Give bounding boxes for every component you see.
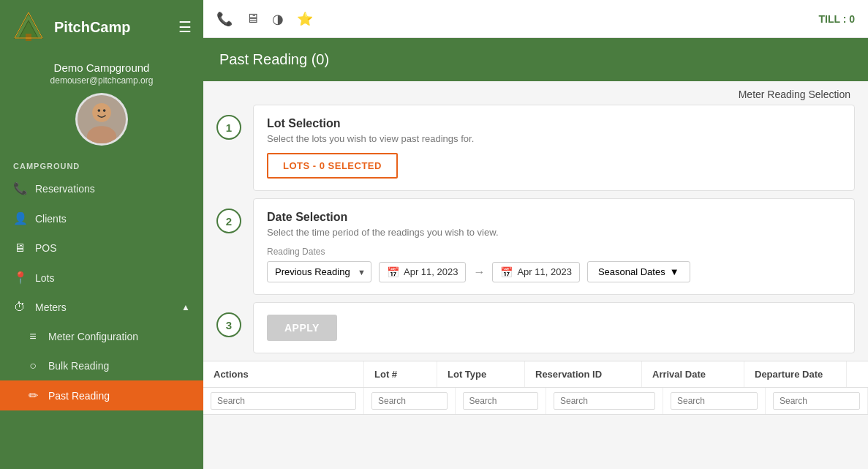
sidebar-item-pos[interactable]: 🖥 POS (0, 233, 203, 263)
bulk-reading-label: Bulk Reading (48, 360, 109, 372)
sidebar-user-info: Demo Campground demouser@pitchcamp.org (0, 54, 203, 157)
step-2-description: Select the time period of the readings y… (267, 227, 841, 238)
star-icon[interactable]: ⭐ (297, 11, 313, 27)
date-type-select-wrap: Previous Reading Custom Range ▼ (267, 261, 371, 282)
date-to-value: Apr 11, 2023 (517, 266, 571, 277)
past-reading-label: Past Reading (48, 390, 110, 402)
meter-config-icon: ≡ (26, 330, 39, 343)
search-arrival-cell (663, 388, 766, 414)
meters-label: Meters (35, 301, 67, 313)
screen-topbar-icon[interactable]: 🖥 (246, 11, 259, 26)
lots-label: Lots (35, 272, 54, 284)
step-2-row: 2 Date Selection Select the time period … (216, 198, 855, 295)
col-actions: Actions (203, 361, 364, 387)
search-departure-cell (766, 388, 868, 414)
main-content: 📞 🖥 ◑ ⭐ TILL : 0 Past Reading (0) Meter … (203, 0, 868, 469)
pos-label: POS (35, 242, 57, 254)
page-title: Past Reading (0) (219, 51, 329, 67)
step-1-circle: 1 (216, 115, 241, 140)
calendar-to-icon: 📅 (500, 266, 513, 278)
sidebar-item-bulk-reading[interactable]: ○ Bulk Reading (0, 351, 203, 380)
sidebar-item-lots[interactable]: 📍 Lots (0, 263, 203, 293)
search-lot-type-cell (456, 388, 547, 414)
svg-point-7 (98, 109, 101, 112)
svg-rect-2 (26, 34, 31, 41)
sidebar-header: PitchCamp ☰ (0, 0, 203, 54)
sidebar: PitchCamp ☰ Demo Campground demouser@pit… (0, 0, 203, 469)
clients-icon: 👤 (13, 211, 26, 225)
user-email: demouser@pitchcamp.org (12, 75, 192, 86)
seasonal-dates-label: Seasonal Dates (598, 266, 665, 277)
content-area: Meter Reading Selection 1 Lot Selection … (203, 81, 868, 469)
step-2-circle: 2 (216, 209, 241, 233)
search-arrival-input[interactable] (671, 392, 758, 410)
seasonal-dates-button[interactable]: Seasonal Dates ▼ (587, 261, 690, 282)
step-1-row: 1 Lot Selection Select the lots you wish… (216, 105, 855, 191)
col-arrival: Arrival Date (642, 361, 744, 387)
date-from-value: Apr 11, 2023 (404, 266, 458, 277)
hamburger-icon[interactable]: ☰ (178, 18, 192, 36)
step-2-title: Date Selection (267, 211, 841, 224)
col-lot: Lot # (364, 361, 437, 387)
till-display: TILL : 0 (818, 13, 855, 25)
svg-point-8 (103, 109, 106, 112)
meter-config-label: Meter Configuration (48, 331, 138, 342)
sidebar-item-meters[interactable]: ⏱ Meters ▲ (0, 293, 203, 322)
pos-icon: 🖥 (13, 241, 26, 255)
arrow-right-icon: → (473, 266, 485, 279)
step-2-card: Date Selection Select the time period of… (253, 198, 855, 295)
col-reservation: Reservation ID (525, 361, 642, 387)
step-1-description: Select the lots you wish to view past re… (267, 133, 841, 144)
search-lot-input[interactable] (371, 392, 448, 410)
step-3-circle: 3 (216, 312, 241, 337)
search-actions-cell (203, 388, 364, 414)
avatar (75, 93, 128, 146)
reading-dates-label: Reading Dates (267, 247, 841, 257)
phone-topbar-icon[interactable]: 📞 (216, 11, 233, 27)
lots-icon: 📍 (13, 271, 26, 285)
sidebar-item-clients[interactable]: 👤 Clients (0, 203, 203, 233)
past-reading-icon: ✏ (26, 389, 39, 402)
campground-section-label: CAMPGROUND (0, 157, 203, 173)
sidebar-item-meter-configuration[interactable]: ≡ Meter Configuration (0, 322, 203, 351)
step-1-card: Lot Selection Select the lots you wish t… (253, 105, 855, 191)
date-from-input[interactable]: 📅 Apr 11, 2023 (379, 262, 466, 282)
apply-button[interactable]: APPLY (267, 315, 337, 341)
topbar: 📞 🖥 ◑ ⭐ TILL : 0 (203, 0, 868, 38)
lots-select-button[interactable]: LOTS - 0 SELECTED (267, 153, 398, 179)
avatar-image (78, 95, 126, 143)
table-header-row: Actions Lot # Lot Type Reservation ID Ar… (203, 361, 868, 388)
col-departure: Departure Date (744, 361, 847, 387)
meters-icon: ⏱ (13, 301, 26, 314)
circle-half-icon[interactable]: ◑ (272, 11, 284, 27)
steps-container: 1 Lot Selection Select the lots you wish… (203, 105, 868, 353)
table-search-row (203, 388, 868, 415)
step-3-row: 3 APPLY (216, 302, 855, 353)
bulk-reading-icon: ○ (26, 359, 39, 372)
phone-icon: 📞 (13, 181, 26, 195)
date-row: Previous Reading Custom Range ▼ 📅 Apr 11… (267, 261, 841, 282)
sidebar-nav: CAMPGROUND 📞 Reservations 👤 Clients 🖥 PO… (0, 157, 203, 469)
clients-label: Clients (35, 213, 67, 225)
seasonal-chevron-icon: ▼ (670, 266, 679, 277)
date-to-input[interactable]: 📅 Apr 11, 2023 (492, 262, 579, 282)
date-type-select[interactable]: Previous Reading Custom Range (267, 261, 371, 282)
search-departure-input[interactable] (773, 392, 860, 410)
svg-point-5 (92, 103, 111, 122)
reservations-label: Reservations (35, 183, 95, 195)
app-logo (12, 10, 45, 44)
search-lot-type-input[interactable] (463, 392, 539, 410)
col-lot-type: Lot Type (437, 361, 525, 387)
user-name: Demo Campground (12, 61, 192, 74)
results-table: Actions Lot # Lot Type Reservation ID Ar… (203, 361, 868, 415)
search-actions-input[interactable] (211, 392, 356, 410)
sidebar-item-past-reading[interactable]: ✏ Past Reading (0, 380, 203, 410)
page-header: Past Reading (0) (203, 38, 868, 81)
search-reservation-input[interactable] (554, 392, 655, 410)
calendar-from-icon: 📅 (387, 266, 399, 278)
sidebar-item-reservations[interactable]: 📞 Reservations (0, 173, 203, 203)
chevron-up-icon: ▲ (181, 302, 190, 312)
meter-reading-selection-label: Meter Reading Selection (203, 81, 868, 105)
app-title: PitchCamp (54, 19, 130, 36)
step-3-card: APPLY (253, 302, 855, 353)
